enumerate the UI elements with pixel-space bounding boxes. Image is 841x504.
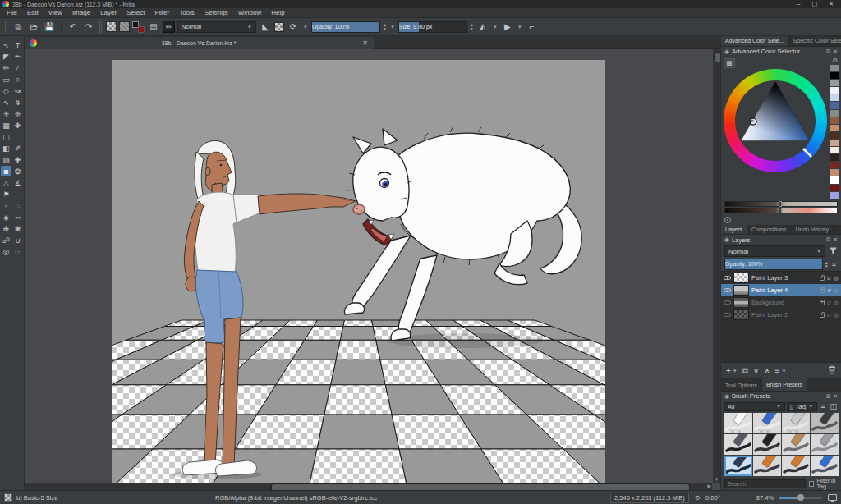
brush-preset-chooser-button[interactable]: ✏ (163, 21, 175, 33)
tool-color-sampler[interactable]: ✐ (12, 143, 23, 153)
color-history-swatch-13[interactable] (830, 162, 839, 168)
tool-assistants[interactable]: △ (1, 177, 11, 188)
layer-row-paint-layer-2[interactable]: Paint Layer 2 α ◍ (721, 309, 841, 321)
menu-help[interactable]: Help (266, 9, 289, 16)
size-spinner[interactable]: ▲▼ (470, 23, 474, 30)
brush-preset-marker-orange[interactable] (753, 456, 781, 476)
tool-rectangle[interactable]: ▭ (1, 74, 11, 85)
tool-contiguous-select[interactable]: ✾ (12, 223, 23, 234)
toolbar-grip[interactable] (99, 21, 102, 33)
lock-icon[interactable] (820, 314, 825, 318)
maximize-button[interactable]: ▢ (812, 1, 818, 7)
tool-magnetic-select[interactable]: ∪ (12, 235, 23, 245)
color-history-swatch-16[interactable] (830, 185, 839, 191)
menu-settings[interactable]: Settings (200, 9, 233, 16)
tool-pan[interactable]: ☞ (12, 246, 23, 257)
brush-preset-eraser-soft[interactable] (782, 413, 810, 433)
color-history-swatch-5[interactable] (830, 102, 839, 108)
color-history-swatch-15[interactable] (830, 176, 839, 183)
tool-transform[interactable]: ▦ (1, 120, 11, 131)
chevron-down-icon[interactable]: ▼ (302, 25, 309, 30)
chevron-down-icon[interactable]: ▼ (781, 369, 786, 373)
menu-tools[interactable]: Tools (174, 9, 200, 16)
gradient-chooser-button[interactable] (106, 21, 117, 32)
color-history-swatch-0[interactable] (830, 65, 839, 71)
layer-visibility-icon[interactable] (724, 287, 731, 293)
brush-preset-pencil-gray[interactable] (811, 434, 839, 455)
add-layer-button[interactable]: + (726, 366, 731, 375)
chevron-down-icon[interactable]: ▼ (733, 369, 738, 373)
tool-ellipse[interactable]: ○ (12, 74, 23, 85)
tool-crop[interactable]: ▢ (1, 131, 11, 142)
move-layer-down-button[interactable]: ∨ (753, 366, 759, 375)
tool-rect-select[interactable]: ▫ (1, 200, 11, 211)
blend-mode-dropdown[interactable]: Normal ▼ (177, 21, 256, 33)
color-history-swatch-8[interactable] (830, 125, 839, 131)
gradient-handle[interactable] (779, 208, 782, 213)
menu-select[interactable]: Select (122, 9, 149, 16)
tool-edit-shapes[interactable]: ◤ (1, 51, 11, 62)
lock-icon[interactable] (820, 301, 825, 305)
presets-display-menu-icon[interactable]: ≡ (819, 402, 826, 410)
layer-row-paint-layer-4[interactable]: Paint Layer 4 α ◍ (721, 284, 841, 296)
zoom-slider[interactable] (779, 497, 822, 499)
document-tab[interactable]: 38b - Daecon Vs Darion.krz * ✕ (25, 37, 374, 49)
color-history-swatch-3[interactable] (830, 87, 839, 94)
chevron-down-icon[interactable]: ▼ (492, 25, 499, 30)
save-button[interactable]: 💾 (43, 21, 56, 34)
tool-freehand-select[interactable]: ∾ (12, 212, 23, 222)
brush-preset-fineliner[interactable] (782, 434, 810, 455)
tag-button[interactable]: ▯ Tag ▼ (787, 402, 817, 411)
float-docker-icon[interactable]: ⧉ (826, 393, 830, 400)
layer-thumbnail[interactable] (733, 297, 749, 308)
tool-text[interactable]: T (12, 39, 23, 50)
alpha-lock-icon[interactable]: α (827, 299, 831, 306)
tab-layers[interactable]: Layers (721, 225, 747, 235)
layer-thumbnail[interactable] (733, 273, 749, 283)
tool-fill[interactable]: ◙ (1, 166, 11, 176)
tool-bezier-select[interactable]: ☍ (1, 235, 11, 245)
gradient-handle[interactable] (779, 201, 782, 207)
tool-freehand-brush[interactable]: ✏ (1, 62, 11, 73)
snap-settings-button[interactable]: ⌐ (526, 21, 539, 34)
search-input[interactable] (724, 479, 806, 488)
color-history-swatch-4[interactable] (830, 94, 839, 101)
shade-gradient-gray[interactable] (724, 201, 838, 207)
new-document-button[interactable]: 🗎 (11, 21, 25, 34)
tool-smart-patch[interactable]: ✚ (12, 154, 23, 165)
color-history-swatch-17[interactable] (830, 192, 839, 199)
tab-undo-history[interactable]: Undo History (791, 225, 833, 235)
tool-pattern-edit[interactable]: ▨ (1, 154, 11, 165)
chevron-down-icon[interactable]: ▼ (389, 25, 396, 30)
color-history-swatch-2[interactable] (830, 80, 839, 86)
vertical-scrollbar[interactable]: ▼ (713, 49, 720, 483)
menu-filter[interactable]: Filter (149, 9, 174, 16)
layer-blend-mode-dropdown[interactable]: Normal ▼ (724, 245, 825, 257)
color-wheel[interactable] (724, 69, 827, 172)
brush-preset-icon[interactable] (4, 493, 12, 502)
horizontal-scrollbar[interactable]: ▶ (25, 483, 712, 490)
tool-bezier-curve[interactable]: ∿ (1, 97, 11, 108)
alpha-lock-icon[interactable]: α (827, 286, 831, 294)
pattern-chooser-button[interactable] (119, 21, 130, 32)
color-selector-settings-button[interactable]: ▦ (724, 58, 735, 68)
tool-transform-select[interactable]: ↖ (1, 39, 11, 50)
close-docker-icon[interactable]: ✕ (833, 236, 838, 243)
brush-preset-eraser-small[interactable] (724, 413, 752, 433)
inherit-alpha-icon[interactable]: ◍ (834, 312, 839, 318)
close-button[interactable]: ✕ (829, 1, 834, 7)
chevron-down-icon[interactable]: ▼ (517, 25, 523, 30)
filter-layers-icon[interactable] (828, 246, 838, 257)
layer-opacity-spinner[interactable]: ▲▼ (825, 261, 829, 268)
brush-size-slider[interactable]: Size: 9.00 px (398, 21, 467, 33)
color-history-swatch-9[interactable] (830, 132, 839, 139)
float-docker-icon[interactable]: ⧉ (826, 236, 830, 243)
undo-button[interactable]: ↶ (67, 21, 80, 34)
brush-preset-marker-black[interactable] (753, 434, 781, 455)
move-layer-up-button[interactable]: ∧ (764, 366, 770, 375)
layer-visibility-icon[interactable] (724, 275, 731, 281)
tab-tool-options[interactable]: Tool Options (721, 380, 762, 391)
brush-preset-airbrush-soft[interactable] (811, 413, 839, 433)
redo-button[interactable]: ↷ (82, 21, 95, 34)
layer-visibility-icon[interactable] (724, 312, 731, 318)
